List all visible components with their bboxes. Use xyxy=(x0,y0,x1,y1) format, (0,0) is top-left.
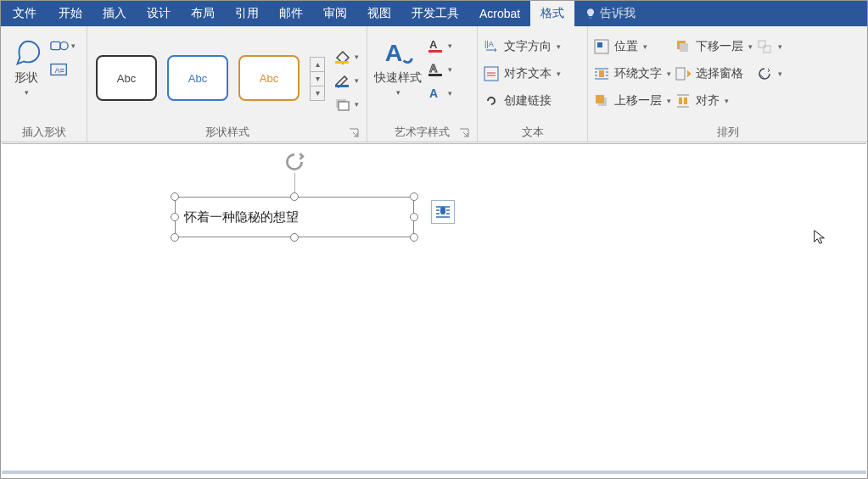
document-canvas[interactable]: 怀着一种隐秘的想望 xyxy=(2,143,866,477)
lightbulb-icon xyxy=(585,8,596,19)
resize-handle-s[interactable] xyxy=(290,233,299,242)
group-label-arrange: 排列 xyxy=(593,123,862,142)
tab-tellme[interactable]: 告诉我 xyxy=(574,1,646,26)
svg-rect-10 xyxy=(428,50,442,53)
group-label-wordart: 艺术字样式 xyxy=(372,123,472,142)
quick-styles-button[interactable]: A 快速样式▾ xyxy=(372,33,423,99)
position-label: 位置 xyxy=(614,39,638,54)
send-backward-icon xyxy=(675,38,692,55)
dialog-launcher-icon[interactable] xyxy=(348,127,360,139)
text-direction-button[interactable]: ||A 文字方向▾ xyxy=(483,35,561,58)
shape-fill-button[interactable]: ▾ xyxy=(333,49,359,64)
gallery-more-button[interactable]: ▾ xyxy=(310,86,325,101)
wrap-text-button[interactable]: 环绕文字▾ xyxy=(593,62,671,86)
text-outline-button[interactable]: A▾ xyxy=(427,62,452,77)
style-preset-3[interactable]: Abc xyxy=(238,55,300,101)
dialog-launcher-icon[interactable] xyxy=(458,127,470,139)
shape-outline-button[interactable]: ▾ xyxy=(333,73,359,88)
resize-handle-ne[interactable] xyxy=(410,192,418,201)
send-backward-button[interactable]: 下移一层▾ xyxy=(675,35,753,58)
style-abc-1: Abc xyxy=(117,72,136,85)
group-shape-styles: Abc Abc Abc ▴ ▾ ▾ ▾ ▾ ▾ 形状样式 xyxy=(87,26,367,142)
svg-text:A≡: A≡ xyxy=(55,66,64,75)
tab-view[interactable]: 视图 xyxy=(357,1,401,26)
group-button[interactable]: ▾ xyxy=(756,35,782,58)
selected-textbox[interactable]: 怀着一种隐秘的想望 xyxy=(175,197,414,237)
position-icon xyxy=(593,38,610,55)
align-button[interactable]: 对齐▾ xyxy=(675,89,753,113)
group-icon xyxy=(756,38,773,55)
resize-handle-nw[interactable] xyxy=(171,192,179,201)
rotate-icon xyxy=(756,65,773,82)
tab-file[interactable]: 文件 xyxy=(1,1,48,26)
svg-text:A: A xyxy=(429,62,438,75)
textbox-text: 怀着一种隐秘的想望 xyxy=(184,209,299,226)
tab-references[interactable]: 引用 xyxy=(225,1,269,26)
draw-textbox-button[interactable]: A≡ xyxy=(50,62,76,77)
text-outline-icon: A xyxy=(427,62,445,77)
send-backward-label: 下移一层 xyxy=(696,39,743,54)
svg-rect-24 xyxy=(679,97,682,104)
resize-handle-se[interactable] xyxy=(410,233,418,242)
wrap-text-label: 环绕文字 xyxy=(614,66,662,81)
svg-rect-18 xyxy=(599,70,604,77)
svg-text:A: A xyxy=(429,86,438,100)
tab-review[interactable]: 审阅 xyxy=(313,1,357,26)
paint-bucket-icon xyxy=(333,49,352,64)
group-wordart-styles: A 快速样式▾ A▾ A▾ A▾ 艺术字样式 xyxy=(367,26,478,142)
textbox-frame[interactable]: 怀着一种隐秘的想望 xyxy=(175,197,414,237)
wordart-a-icon: A xyxy=(382,36,414,69)
resize-handle-e[interactable] xyxy=(410,213,418,221)
tab-layout[interactable]: 布局 xyxy=(181,1,225,26)
svg-rect-22 xyxy=(680,43,688,52)
svg-rect-15 xyxy=(484,67,498,81)
tellme-label: 告诉我 xyxy=(600,6,636,21)
tab-insert[interactable]: 插入 xyxy=(92,1,137,26)
svg-rect-4 xyxy=(335,61,349,64)
edit-shape-icon xyxy=(50,38,69,53)
bring-forward-icon xyxy=(593,92,610,109)
selection-pane-button[interactable]: 选择窗格 xyxy=(675,62,753,86)
align-text-button[interactable]: 对齐文本▾ xyxy=(483,62,561,86)
text-direction-label: 文字方向 xyxy=(504,39,552,54)
tab-acrobat[interactable]: Acrobat xyxy=(469,1,530,26)
ribbon: 形状▾ ▾ A≡ 插入形状 Abc Abc Abc ▴ ▾ ▾ xyxy=(1,26,867,142)
bring-forward-button[interactable]: 上移一层▾ xyxy=(593,89,671,113)
tab-format[interactable]: 格式 xyxy=(530,1,574,26)
align-label: 对齐 xyxy=(696,93,720,109)
tab-developer[interactable]: 开发工具 xyxy=(401,1,469,26)
svg-rect-26 xyxy=(759,41,765,47)
gallery-down-button[interactable]: ▾ xyxy=(310,71,325,86)
tab-design[interactable]: 设计 xyxy=(137,1,181,26)
effects-icon xyxy=(333,97,352,112)
style-preset-2[interactable]: Abc xyxy=(167,55,228,101)
text-direction-icon: ||A xyxy=(483,38,500,55)
position-button[interactable]: 位置▾ xyxy=(593,35,671,58)
shapes-button[interactable]: 形状▾ xyxy=(6,33,47,99)
create-link-label: 创建链接 xyxy=(504,93,552,109)
layout-options-button[interactable] xyxy=(431,200,455,224)
resize-handle-sw[interactable] xyxy=(171,233,179,242)
bring-forward-label: 上移一层 xyxy=(614,93,662,109)
mouse-cursor-icon xyxy=(812,229,827,244)
rotate-handle-icon[interactable] xyxy=(283,151,305,173)
group-label-insert-shapes: 插入形状 xyxy=(6,123,81,142)
create-link-button[interactable]: 创建链接 xyxy=(483,89,561,113)
resize-handle-n[interactable] xyxy=(290,192,299,201)
tab-home[interactable]: 开始 xyxy=(48,1,92,26)
text-fill-button[interactable]: A▾ xyxy=(427,38,452,53)
shape-effects-button[interactable]: ▾ xyxy=(333,97,359,112)
shapes-label: 形状 xyxy=(14,70,38,84)
link-icon xyxy=(483,92,500,109)
page-bottom-edge xyxy=(2,471,866,474)
svg-rect-12 xyxy=(428,74,442,76)
edit-shape-button[interactable]: ▾ xyxy=(50,38,76,53)
resize-handle-w[interactable] xyxy=(171,213,179,221)
text-effects-button[interactable]: A▾ xyxy=(427,86,452,101)
svg-rect-7 xyxy=(339,102,349,110)
tab-mailings[interactable]: 邮件 xyxy=(269,1,313,26)
selection-pane-icon xyxy=(675,65,692,82)
gallery-up-button[interactable]: ▴ xyxy=(310,57,325,72)
rotate-button[interactable]: ▾ xyxy=(756,62,782,86)
style-preset-1[interactable]: Abc xyxy=(96,55,157,101)
